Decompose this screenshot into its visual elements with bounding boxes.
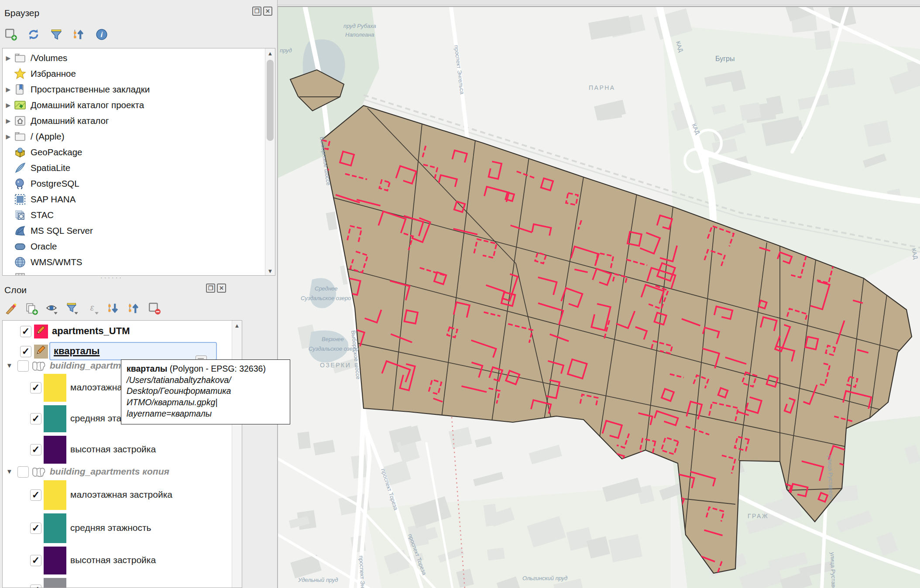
- add-layer-icon[interactable]: [4, 28, 17, 41]
- expand-arrow-icon[interactable]: ▶: [3, 117, 14, 124]
- collapse-all-icon[interactable]: [127, 302, 141, 315]
- browser-float-icon[interactable]: ❐: [252, 7, 261, 16]
- map-label: Суздальское озеро: [309, 345, 359, 352]
- layers-toolbar: ε: [4, 302, 161, 315]
- add-group-icon[interactable]: [25, 302, 38, 315]
- browser-scroll-thumb[interactable]: [267, 60, 274, 141]
- map-svg: пруд РубахаНаполеанапрудСреднееСуздальск…: [278, 7, 920, 588]
- properties-info-icon[interactable]: i: [95, 28, 108, 41]
- collapse-caret-icon[interactable]: ▼: [6, 468, 13, 475]
- layer-checkbox[interactable]: ✓: [20, 326, 31, 337]
- legend-class-row[interactable]: ✓малоэтажная застройка: [3, 479, 232, 512]
- browser-item-sap-hana[interactable]: SAP HANA: [3, 191, 275, 207]
- star-icon: [14, 68, 26, 80]
- map-label: Суздальское озеро: [301, 295, 351, 301]
- browser-item-ms-sql-server[interactable]: MS SQL Server: [3, 223, 275, 239]
- browser-toolbar: i: [4, 28, 108, 41]
- map-label: ГРАЖ: [748, 513, 769, 520]
- browser-scrollbar[interactable]: ▲ ▼: [265, 48, 275, 276]
- browser-item-spatialite[interactable]: SpatiaLite: [3, 160, 275, 176]
- remove-layer-icon[interactable]: [148, 302, 161, 315]
- browser-item-label: Пространственные закладки: [31, 84, 150, 95]
- style-manager-icon[interactable]: [4, 302, 17, 315]
- class-checkbox[interactable]: ✓: [30, 555, 41, 566]
- layer-symbol-swatch: [34, 345, 48, 359]
- browser-item-oracle[interactable]: Oracle: [3, 239, 275, 254]
- group-checkbox[interactable]: [17, 466, 29, 478]
- class-checkbox[interactable]: ✓: [30, 489, 41, 501]
- class-label: высотная застройка: [70, 555, 156, 565]
- layer-name: apartments_UTM: [52, 325, 130, 337]
- browser-item-домашний-каталог-проекта[interactable]: ▶Домашний каталог проекта: [3, 97, 275, 113]
- group-row-building-apartments-копия[interactable]: ▼building_apartments копия: [3, 465, 232, 479]
- scroll-up-icon[interactable]: ▲: [232, 322, 242, 329]
- collapse-caret-icon[interactable]: ▼: [6, 362, 13, 369]
- browser-item-label: WMS/WMTS: [31, 257, 82, 267]
- expand-arrow-icon[interactable]: ▶: [3, 55, 14, 62]
- spatialite-icon: [14, 162, 26, 174]
- map-label: улица Руставели: [829, 552, 838, 588]
- scroll-down-icon[interactable]: ▼: [265, 268, 275, 274]
- map-themes-icon[interactable]: [45, 302, 58, 315]
- browser-item-домашний-каталог[interactable]: ▶Домашний каталог: [3, 113, 275, 129]
- map-label: Ольгинский пруд: [522, 575, 567, 581]
- expand-all-icon[interactable]: [107, 302, 120, 315]
- legend-class-row[interactable]: ✓высотная застройка: [3, 434, 232, 465]
- browser-panel-title: Браузер: [4, 8, 39, 18]
- layer-rename-input[interactable]: кварталы: [49, 342, 217, 360]
- edit-pencil-icon: [35, 325, 46, 338]
- browser-item--volumes[interactable]: ▶/Volumes: [3, 50, 275, 66]
- layer-checkbox[interactable]: ✓: [20, 346, 31, 357]
- map-canvas[interactable]: пруд РубахаНаполеанапрудСреднееСуздальск…: [278, 6, 920, 588]
- browser-item-geopackage[interactable]: GeoPackage: [3, 144, 275, 160]
- class-checkbox[interactable]: ✓: [30, 382, 41, 393]
- mssql-icon: [14, 225, 26, 237]
- collapse-tree-icon[interactable]: [72, 28, 86, 41]
- panel-splitter-handle[interactable]: ······: [100, 274, 123, 281]
- legend-class-row[interactable]: ✓средняя этажность: [3, 512, 232, 545]
- browser-item-label: MS SQL Server: [31, 226, 93, 236]
- group-checkbox[interactable]: [17, 360, 29, 372]
- class-color-swatch: [44, 547, 66, 574]
- expand-arrow-icon[interactable]: ▶: [3, 102, 14, 109]
- filter-legend-icon[interactable]: [66, 302, 79, 315]
- class-label: высотная застройка: [70, 444, 156, 455]
- browser-item-wms-wmts[interactable]: WMS/WMTS: [3, 254, 275, 270]
- browser-item-label: SpatiaLite: [31, 163, 70, 173]
- scroll-up-icon[interactable]: ▲: [265, 50, 275, 57]
- legend-class-row[interactable]: ✓высотная застройка: [3, 545, 232, 576]
- legend-class-row[interactable]: ✓: [3, 576, 232, 588]
- browser-item--apple-[interactable]: ▶/ (Apple): [3, 129, 275, 144]
- bookmark-icon: [14, 83, 26, 96]
- filter-browser-icon[interactable]: [50, 28, 63, 41]
- browser-item-postgresql[interactable]: PostgreSQL: [3, 176, 275, 191]
- expand-arrow-icon[interactable]: ▶: [3, 133, 14, 140]
- class-label: малоэтажная застройка: [70, 489, 172, 500]
- browser-item-пространственные-закладки[interactable]: ▶Пространственные закладки: [3, 82, 275, 97]
- browser-item-избранное[interactable]: Избранное: [3, 66, 275, 82]
- refresh-icon[interactable]: [27, 28, 40, 41]
- class-checkbox[interactable]: ✓: [30, 413, 41, 424]
- class-checkbox[interactable]: ✓: [30, 523, 41, 534]
- class-color-swatch: [44, 578, 66, 588]
- tooltip-layer-path: /Users/tatianabaltyzhakova/Desktop/Геоин…: [127, 375, 285, 420]
- layer-row-apartments-utm[interactable]: ✓apartments_UTM: [3, 322, 232, 341]
- layers-close-icon[interactable]: ✕: [217, 284, 226, 293]
- browser-item-label: / (Apple): [31, 131, 64, 142]
- tiles-icon: [14, 272, 26, 276]
- folder-icon: [14, 52, 26, 64]
- browser-item-partial[interactable]: [3, 270, 275, 276]
- filter-expression-icon[interactable]: ε: [86, 302, 100, 315]
- browser-item-stac[interactable]: STAC: [3, 207, 275, 223]
- browser-item-label: SAP HANA: [31, 194, 76, 205]
- class-checkbox[interactable]: ✓: [30, 444, 41, 455]
- map-label: пруд: [280, 47, 292, 54]
- group-icon: [31, 360, 46, 373]
- browser-item-label: Домашний каталог проекта: [31, 100, 144, 110]
- browser-close-icon[interactable]: ✕: [263, 7, 272, 16]
- saphana-icon: [14, 193, 26, 205]
- class-checkbox[interactable]: ✓: [30, 585, 41, 588]
- layers-float-icon[interactable]: ❐: [206, 284, 215, 293]
- project-home-icon: [14, 99, 26, 111]
- expand-arrow-icon[interactable]: ▶: [3, 86, 14, 93]
